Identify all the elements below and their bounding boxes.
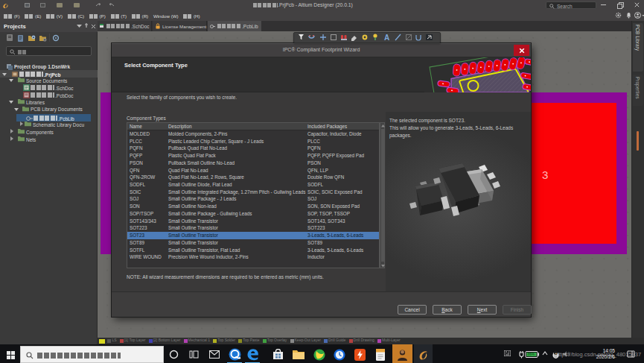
svg-text:A: A <box>384 34 389 42</box>
svg-text:86%: 86% <box>528 353 535 356</box>
